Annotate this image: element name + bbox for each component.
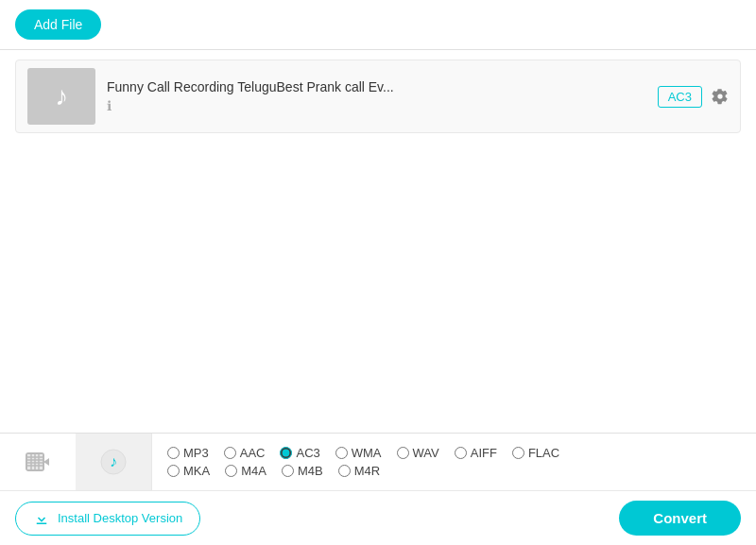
format-mp3[interactable]: MP3: [167, 446, 209, 460]
file-thumbnail: ♪: [27, 68, 95, 125]
file-name: Funny Call Recording TeluguBest Prank ca…: [107, 79, 541, 94]
install-desktop-button[interactable]: Install Desktop Version: [15, 502, 200, 536]
action-bar: Install Desktop Version Convert: [0, 491, 756, 545]
add-file-button[interactable]: Add File: [15, 9, 101, 40]
format-aiff[interactable]: AIFF: [455, 446, 497, 460]
top-bar: Add File: [0, 0, 756, 50]
audio-tab-button[interactable]: ♪: [76, 434, 151, 490]
info-icon[interactable]: ℹ: [107, 98, 646, 113]
file-item: ♪ Funny Call Recording TeluguBest Prank …: [15, 60, 741, 133]
format-bar: ♪ MP3 AAC AC3 WMA: [0, 434, 756, 491]
format-row-2: MKA M4A M4B M4R: [167, 464, 741, 478]
svg-text:♪: ♪: [110, 453, 117, 469]
format-flac[interactable]: FLAC: [512, 446, 559, 460]
install-label: Install Desktop Version: [58, 511, 182, 525]
download-icon: [33, 510, 50, 527]
format-m4r[interactable]: M4R: [338, 464, 380, 478]
format-row-1: MP3 AAC AC3 WMA WAV: [167, 446, 741, 460]
bottom-area: ♪ MP3 AAC AC3 WMA: [0, 433, 756, 545]
video-tab-button[interactable]: [0, 434, 76, 490]
file-list: ♪ Funny Call Recording TeluguBest Prank …: [0, 50, 756, 433]
format-m4b[interactable]: M4B: [282, 464, 323, 478]
format-options: MP3 AAC AC3 WMA WAV: [152, 440, 756, 484]
file-info: Funny Call Recording TeluguBest Prank ca…: [107, 79, 646, 113]
music-note-icon: ♪: [55, 81, 68, 111]
audio-icon: ♪: [100, 449, 127, 475]
video-icon: [25, 449, 51, 475]
format-badge[interactable]: AC3: [658, 86, 702, 108]
format-m4a[interactable]: M4A: [225, 464, 266, 478]
gear-icon: [712, 88, 729, 105]
format-wma[interactable]: WMA: [335, 446, 382, 460]
file-actions: AC3: [658, 86, 729, 108]
format-wav[interactable]: WAV: [397, 446, 439, 460]
format-ac3[interactable]: AC3: [280, 446, 319, 460]
format-mka[interactable]: MKA: [167, 464, 210, 478]
tab-icons: ♪: [0, 434, 152, 490]
format-aac[interactable]: AAC: [224, 446, 266, 460]
convert-button[interactable]: Convert: [619, 501, 741, 536]
settings-button[interactable]: [712, 88, 729, 105]
